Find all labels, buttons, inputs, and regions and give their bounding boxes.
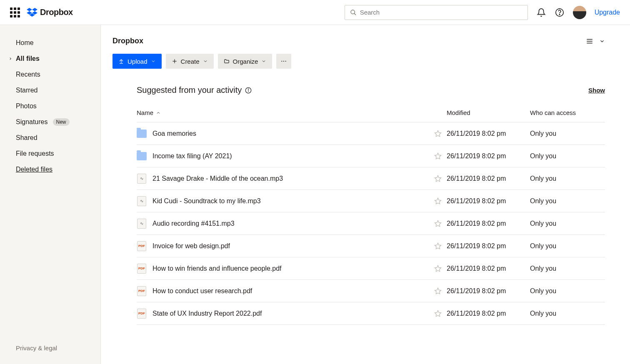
file-name[interactable]: Invoice for web design.pdf: [152, 242, 230, 250]
name-label: Name: [137, 109, 153, 116]
file-access: Only you: [530, 152, 605, 160]
sidebar-item-deleted-files[interactable]: Deleted files: [0, 162, 100, 177]
table-row[interactable]: PDFInvoice for web design.pdf26/11/2019 …: [137, 235, 605, 257]
file-access: Only you: [530, 175, 605, 182]
file-name-cell: Income tax filing (AY 2021): [137, 151, 434, 161]
logo[interactable]: Dropbox: [27, 7, 73, 17]
svg-marker-20: [435, 220, 441, 226]
file-access: Only you: [530, 287, 605, 295]
file-name[interactable]: State of UX Industry Report 2022.pdf: [152, 310, 262, 317]
main: Dropbox Upload: [101, 25, 630, 364]
file-name[interactable]: Income tax filing (AY 2021): [152, 152, 232, 160]
show-link[interactable]: Show: [588, 87, 605, 94]
sidebar-item-home[interactable]: Home: [0, 35, 100, 51]
file-access: Only you: [530, 220, 605, 227]
more-button[interactable]: [276, 54, 291, 69]
star-icon[interactable]: [434, 242, 447, 250]
file-name[interactable]: Audio recording #4151.mp3: [152, 220, 235, 227]
chevron-down-icon: [203, 59, 208, 64]
new-badge: New: [53, 118, 70, 126]
table-row[interactable]: PDFHow to conduct user research.pdf26/11…: [137, 280, 605, 302]
help-icon[interactable]: [555, 7, 565, 17]
plus-icon: [172, 58, 178, 64]
search-box[interactable]: [345, 5, 528, 20]
sidebar-item-all-files[interactable]: All files: [0, 51, 100, 67]
sidebar-item-label: Deleted files: [16, 166, 52, 173]
notifications-icon[interactable]: [536, 7, 546, 17]
column-name-header[interactable]: Name: [137, 109, 434, 116]
file-modified: 26/11/2019 8:02 pm: [447, 197, 530, 205]
audio-icon: ∿: [137, 174, 147, 184]
svg-marker-16: [435, 130, 441, 136]
chevron-right-icon: [8, 57, 12, 61]
file-name[interactable]: How to win friends and influence people.…: [152, 265, 282, 272]
folder-icon: [137, 151, 147, 161]
avatar[interactable]: [573, 6, 586, 19]
sidebar-item-signatures[interactable]: SignaturesNew: [0, 114, 100, 130]
dropbox-logo-icon: [27, 8, 38, 17]
search-input[interactable]: [360, 9, 522, 16]
upload-button[interactable]: Upload: [112, 54, 162, 69]
file-name[interactable]: 21 Savage Drake - Middle of the ocean.mp…: [152, 175, 283, 182]
chevron-down-icon[interactable]: [599, 38, 605, 44]
header-left: Dropbox: [10, 7, 73, 17]
info-icon[interactable]: [245, 87, 252, 94]
file-access: Only you: [530, 310, 605, 317]
list-view-icon[interactable]: [586, 37, 593, 45]
body: HomeAll filesRecentsStarredPhotosSignatu…: [0, 25, 630, 364]
star-icon[interactable]: [434, 265, 447, 272]
create-button[interactable]: Create: [166, 54, 214, 69]
file-name[interactable]: Kid Cudi - Soundtrack to my life.mp3: [152, 197, 261, 205]
section-title: Suggested from your activity: [137, 85, 242, 95]
table-row[interactable]: PDFHow to win friends and influence peop…: [137, 257, 605, 280]
sidebar-item-recents[interactable]: Recents: [0, 67, 100, 82]
sidebar-item-label: Home: [16, 39, 34, 47]
svg-point-0: [351, 10, 355, 14]
file-name-cell: PDFInvoice for web design.pdf: [137, 241, 434, 251]
sidebar-item-shared[interactable]: Shared: [0, 130, 100, 146]
app-launcher-icon[interactable]: [10, 7, 20, 17]
column-access-header[interactable]: Who can access: [530, 109, 605, 116]
privacy-legal-link[interactable]: Privacy & legal: [0, 336, 100, 364]
table-row[interactable]: PDFState of UX Industry Report 2022.pdf2…: [137, 302, 605, 325]
star-icon[interactable]: [434, 220, 447, 227]
star-icon[interactable]: [434, 175, 447, 182]
file-access: Only you: [530, 130, 605, 137]
file-table: Name Modified Who can access Goa memorie…: [137, 103, 605, 325]
star-icon[interactable]: [434, 310, 447, 317]
section-title-wrap: Suggested from your activity: [137, 85, 252, 95]
star-icon[interactable]: [434, 130, 447, 137]
table-row[interactable]: ∿Audio recording #4151.mp326/11/2019 8:0…: [137, 212, 605, 235]
sidebar-item-label: Starred: [16, 87, 38, 94]
main-header: Dropbox: [112, 37, 605, 45]
file-modified: 26/11/2019 8:02 pm: [447, 175, 530, 182]
star-icon[interactable]: [434, 152, 447, 160]
sidebar-item-file-requests[interactable]: File requests: [0, 146, 100, 162]
folder-move-icon: [224, 58, 230, 64]
file-modified: 26/11/2019 8:02 pm: [447, 242, 530, 250]
organize-button[interactable]: Organize: [218, 54, 272, 69]
table-row[interactable]: ∿21 Savage Drake - Middle of the ocean.m…: [137, 167, 605, 190]
table-row[interactable]: Goa memories26/11/2019 8:02 pmOnly you: [137, 122, 605, 145]
file-modified: 26/11/2019 8:02 pm: [447, 130, 530, 137]
file-name[interactable]: How to conduct user research.pdf: [152, 287, 252, 295]
star-icon[interactable]: [434, 197, 447, 205]
table-row[interactable]: Income tax filing (AY 2021)26/11/2019 8:…: [137, 145, 605, 167]
sidebar-nav: HomeAll filesRecentsStarredPhotosSignatu…: [0, 35, 100, 336]
sidebar-item-starred[interactable]: Starred: [0, 82, 100, 98]
svg-point-11: [283, 61, 284, 62]
sidebar-item-photos[interactable]: Photos: [0, 98, 100, 114]
sidebar-item-label: File requests: [16, 150, 54, 157]
ellipsis-icon: [280, 58, 287, 65]
svg-point-3: [559, 14, 560, 14]
star-icon[interactable]: [434, 287, 447, 295]
upgrade-link[interactable]: Upgrade: [595, 9, 620, 16]
chevron-down-icon: [261, 59, 266, 64]
file-name-cell: ∿21 Savage Drake - Middle of the ocean.m…: [137, 174, 434, 184]
view-controls: [586, 37, 605, 45]
column-modified-header[interactable]: Modified: [447, 109, 530, 116]
sidebar-item-label: Shared: [16, 134, 38, 142]
audio-icon: ∿: [137, 196, 147, 206]
table-row[interactable]: ∿Kid Cudi - Soundtrack to my life.mp326/…: [137, 190, 605, 212]
file-name[interactable]: Goa memories: [152, 130, 196, 137]
